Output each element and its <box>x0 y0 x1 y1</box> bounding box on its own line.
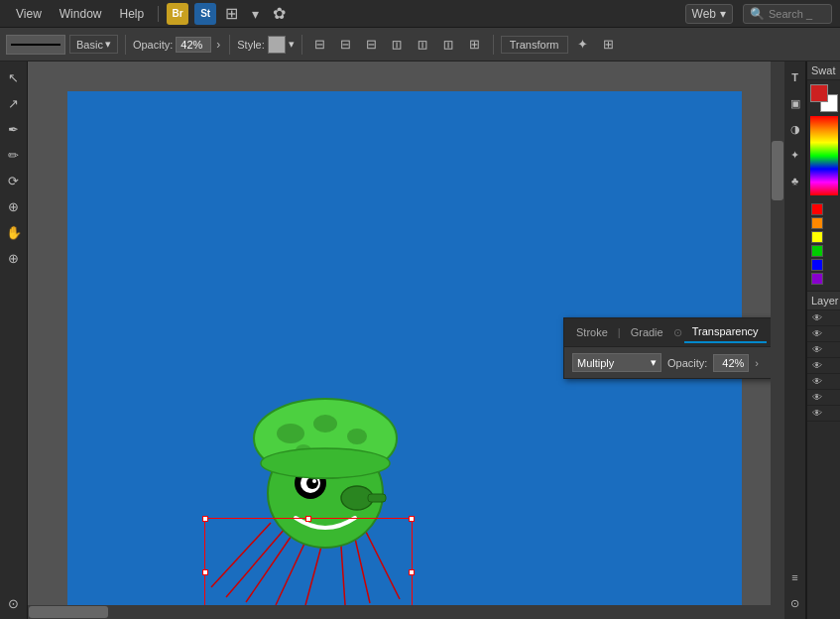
symbol-tool-btn[interactable]: ⊙ <box>2 591 26 615</box>
layer-row-3: 👁 <box>807 342 840 358</box>
left-toolbar: ↖ ↗ ✒ ✏ ⟳ ⊕ ✋ ⊕ ⊙ <box>0 62 28 619</box>
swatch-orange[interactable] <box>811 217 823 229</box>
stroke-line <box>11 44 60 46</box>
align-center-h-icon[interactable]: ⊟ <box>335 34 357 56</box>
gradient-bar <box>810 116 838 195</box>
selection-tool-btn[interactable]: ▣ <box>783 91 807 115</box>
stock-icon[interactable]: St <box>194 3 216 25</box>
svg-point-16 <box>277 424 304 443</box>
layer-row-1: 👁 <box>807 310 840 326</box>
direct-select-btn[interactable]: ↗ <box>2 91 26 115</box>
transparency-panel: Stroke | Gradie ⊙ Transparency >> ≡ Mult… <box>563 317 781 379</box>
swatch-red[interactable] <box>811 203 823 215</box>
layer-eye-6[interactable]: 👁 <box>809 391 825 404</box>
more-options-icon[interactable]: ⊞ <box>598 34 620 56</box>
stroke-style-label[interactable]: Basic ▾ <box>69 35 118 54</box>
layer-eye-1[interactable]: 👁 <box>809 311 825 324</box>
align-left-icon[interactable]: ⊟ <box>309 34 331 56</box>
swatch-green[interactable] <box>811 245 823 257</box>
align-right-icon[interactable]: ⊟ <box>361 34 383 56</box>
gradient-tool-btn[interactable]: ◑ <box>783 117 807 141</box>
search-box[interactable]: 🔍 Search _ <box>743 4 832 24</box>
layer-eye-5[interactable]: 👁 <box>809 375 825 388</box>
panel-collapse-btn[interactable]: ≡ <box>783 565 807 589</box>
opacity-panel-value[interactable]: 42% <box>713 354 749 372</box>
hand-tool-btn[interactable]: ✋ <box>2 220 26 244</box>
workspace-label: Web <box>692 7 716 21</box>
menu-separator <box>158 6 159 22</box>
tab-sep-2: ⊙ <box>671 326 684 339</box>
right-side: T ▣ ◑ ✦ ♣ ≡ ⊙ Swat <box>784 62 840 619</box>
blend-mode-value: Multiply <box>577 357 614 369</box>
main-area: ↖ ↗ ✒ ✏ ⟳ ⊕ ✋ ⊕ ⊙ <box>0 62 840 619</box>
toolbar-sep-1 <box>125 35 126 55</box>
align-bottom-icon[interactable]: ⊟ <box>438 34 460 56</box>
panel-tabs: Stroke | Gradie ⊙ Transparency >> ≡ <box>564 318 780 347</box>
opacity-panel-label: Opacity: <box>667 357 707 369</box>
expand-icon[interactable]: ▾ <box>244 3 266 25</box>
tab-stroke[interactable]: Stroke <box>568 322 616 342</box>
vertical-scrollbar[interactable] <box>771 62 784 605</box>
zoom-tool-btn[interactable]: ⊕ <box>2 246 26 270</box>
svg-point-11 <box>306 477 318 489</box>
foreground-color-swatch[interactable] <box>810 84 828 102</box>
transform-button[interactable]: Transform <box>501 36 568 54</box>
brush-tool-btn[interactable]: ✏ <box>2 143 26 167</box>
opacity-value[interactable]: 42% <box>176 37 211 53</box>
eyedrop-tool-btn[interactable]: ⊕ <box>2 194 26 218</box>
tab-transparency[interactable]: Transparency <box>684 321 767 343</box>
swatch-yellow[interactable] <box>811 231 823 243</box>
canvas-area[interactable]: Stroke | Gradie ⊙ Transparency >> ≡ Mult… <box>28 62 784 619</box>
menu-window[interactable]: Window <box>52 5 110 23</box>
panel-content: Multiply ▾ Opacity: 42% › <box>564 347 780 378</box>
search-placeholder: Search _ <box>769 8 812 20</box>
layer-row-5: 👁 <box>807 374 840 390</box>
workspace-selector[interactable]: Web ▾ <box>685 4 733 24</box>
scroll-corner <box>771 605 784 619</box>
search-icon: 🔍 <box>750 7 765 21</box>
right-toolbar: T ▣ ◑ ✦ ♣ ≡ ⊙ <box>784 62 806 619</box>
horizontal-scrollbar[interactable] <box>28 605 771 619</box>
swatch-row-2 <box>811 231 836 257</box>
transform-options-icon[interactable]: ✦ <box>572 34 594 56</box>
tab-sep-1: | <box>616 326 623 338</box>
layer-eye-7[interactable]: 👁 <box>809 407 825 420</box>
align-top-icon[interactable]: ⊟ <box>387 34 409 56</box>
pen-tool-btn[interactable]: ✒ <box>2 117 26 141</box>
panel-options-btn[interactable]: ⊙ <box>783 591 807 615</box>
transform-tool-btn[interactable]: ⟳ <box>2 169 26 192</box>
layers-label: Layer <box>811 295 839 307</box>
layer-eye-2[interactable]: 👁 <box>809 327 825 340</box>
menu-view[interactable]: View <box>8 5 50 23</box>
opacity-expand-arrow[interactable]: › <box>214 38 222 52</box>
blend-tool-btn[interactable]: ✦ <box>783 143 807 167</box>
swatch-row-3 <box>811 259 836 285</box>
opacity-label: Opacity: <box>133 39 173 51</box>
swatch-purple[interactable] <box>811 273 823 285</box>
scroll-thumb-vertical[interactable] <box>772 141 783 200</box>
brush-tool-icon[interactable]: ✿ <box>268 3 290 25</box>
swatches-layers-panel: Swat <box>806 62 840 619</box>
menu-help[interactable]: Help <box>111 5 152 23</box>
style-box[interactable] <box>268 36 286 54</box>
distribute-icon[interactable]: ⊞ <box>464 34 486 56</box>
blend-mode-select[interactable]: Multiply ▾ <box>572 353 661 372</box>
tab-gradient[interactable]: Gradie <box>623 322 671 342</box>
select-tool-btn[interactable]: ↖ <box>2 65 26 89</box>
scroll-thumb-horizontal[interactable] <box>29 606 108 618</box>
swatches-label: Swat <box>811 64 835 76</box>
panel-opacity-arrow[interactable]: › <box>755 357 759 369</box>
swatch-blue[interactable] <box>811 259 823 271</box>
toolbar: Basic ▾ Opacity: 42% › Style: ▾ ⊟ ⊟ ⊟ ⊟ … <box>0 28 840 62</box>
align-center-v-icon[interactable]: ⊟ <box>413 34 434 56</box>
style-control: Style: ▾ <box>237 36 295 54</box>
style-arrow[interactable]: ▾ <box>289 38 295 51</box>
workspace-layout-icon[interactable]: ⊞ <box>220 3 242 25</box>
symbol-btn2[interactable]: ♣ <box>783 169 807 192</box>
layer-eye-3[interactable]: 👁 <box>809 343 825 356</box>
type-tool-btn[interactable]: T <box>783 65 807 89</box>
color-selector[interactable] <box>810 84 838 112</box>
bridge-icon[interactable]: Br <box>167 3 188 25</box>
stroke-preview[interactable] <box>6 35 65 55</box>
layer-eye-4[interactable]: 👁 <box>809 359 825 372</box>
